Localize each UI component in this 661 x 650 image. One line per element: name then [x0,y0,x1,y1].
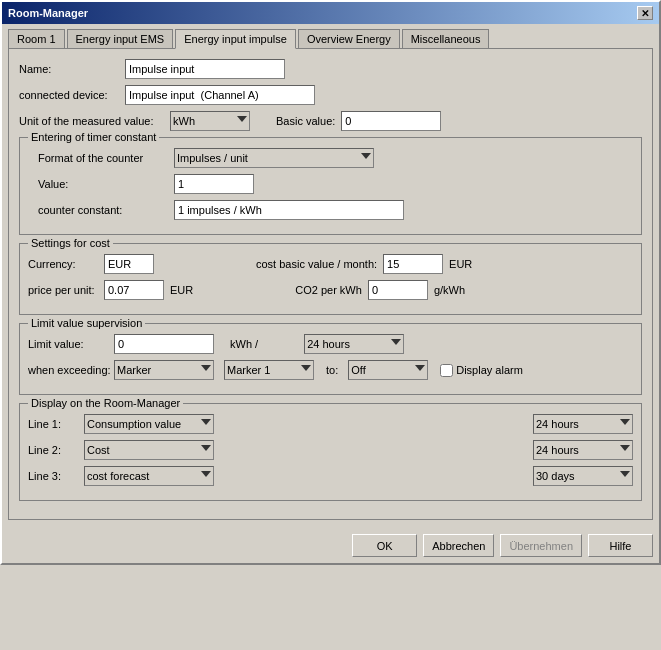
value-row: Value: [38,174,633,194]
main-window: Room-Manager ✕ Room 1 Energy input EMS E… [0,0,661,565]
price-input[interactable] [104,280,164,300]
line2-period-select[interactable]: 24 hours 12 hours 1 hour [533,440,633,460]
timer-group: Entering of timer constant Format of the… [19,137,642,235]
line2-label: Line 2: [28,444,78,456]
counter-label: counter constant: [38,204,168,216]
line3-period-select[interactable]: 30 days 24 hours 12 hours [533,466,633,486]
limit-group-title: Limit value supervision [28,317,145,329]
display-alarm-container: Display alarm [440,364,523,377]
display-alarm-checkbox[interactable] [440,364,453,377]
exceeding-select[interactable]: Marker Output Scene [114,360,214,380]
help-button[interactable]: Hilfe [588,534,653,557]
basic-value-label: Basic value: [276,115,335,127]
connected-device-input[interactable] [125,85,315,105]
close-button[interactable]: ✕ [637,6,653,20]
tab-content: Name: connected device: Unit of the meas… [8,48,653,520]
basic-value-input[interactable] [341,111,441,131]
tab-energy-impulse[interactable]: Energy input impulse [175,29,296,49]
display-group-title: Display on the Room-Manager [28,397,183,409]
exceeding-label: when exceeding: [28,364,108,376]
window-content: Room 1 Energy input EMS Energy input imp… [2,24,659,526]
tab-bar: Room 1 Energy input EMS Energy input imp… [8,28,653,48]
tab-energy-ems[interactable]: Energy input EMS [67,29,174,49]
counter-input[interactable] [174,200,404,220]
limit-period-select[interactable]: 24 hours 12 hours 1 hour 1 month [304,334,404,354]
co2-input[interactable] [368,280,428,300]
window-title: Room-Manager [8,7,88,19]
line1-period-select[interactable]: 24 hours 12 hours 1 hour [533,414,633,434]
limit-label: Limit value: [28,338,108,350]
button-row: OK Abbrechen Übernehmen Hilfe [2,526,659,563]
display-group: Display on the Room-Manager Line 1: Cons… [19,403,642,501]
limit-value-row: Limit value: kWh / 24 hours 12 hours 1 h… [28,334,633,354]
ok-button[interactable]: OK [352,534,417,557]
format-select[interactable]: Impulses / unit Unit / impulse [174,148,374,168]
format-label: Format of the counter [38,152,168,164]
cost-group: Settings for cost Currency: cost basic v… [19,243,642,315]
cost-price-row: price per unit: EUR CO2 per kWh g/kWh [28,280,633,300]
co2-label: CO2 per kWh [295,284,362,296]
tab-room1[interactable]: Room 1 [8,29,65,49]
line1-row: Line 1: Consumption value Cost cost fore… [28,414,633,434]
price-label: price per unit: [28,284,98,296]
cost-basic-label: cost basic value / month: [256,258,377,270]
name-row: Name: [19,59,642,79]
unit-select[interactable]: kWh MWh kJ [170,111,250,131]
unit-label: Unit of the measured value: [19,115,164,127]
currency-input[interactable] [104,254,154,274]
marker-select[interactable]: Marker 1 Marker 2 Marker 3 [224,360,314,380]
line2-row: Line 2: Consumption value Cost cost fore… [28,440,633,460]
line1-select[interactable]: Consumption value Cost cost forecast [84,414,214,434]
limit-group: Limit value supervision Limit value: kWh… [19,323,642,395]
line3-select[interactable]: Consumption value Cost cost forecast [84,466,214,486]
format-row: Format of the counter Impulses / unit Un… [38,148,633,168]
co2-unit: g/kWh [434,284,465,296]
display-alarm-label: Display alarm [456,364,523,376]
name-input[interactable] [125,59,285,79]
tab-miscellaneous[interactable]: Miscellaneous [402,29,490,49]
to-select[interactable]: Off On [348,360,428,380]
apply-button[interactable]: Übernehmen [500,534,582,557]
price-unit: EUR [170,284,193,296]
limit-input[interactable] [114,334,214,354]
connected-device-row: connected device: [19,85,642,105]
cost-currency-row: Currency: cost basic value / month: EUR [28,254,633,274]
cost-group-title: Settings for cost [28,237,113,249]
line2-select[interactable]: Consumption value Cost cost forecast [84,440,214,460]
timer-group-title: Entering of timer constant [28,131,159,143]
cost-basic-input[interactable] [383,254,443,274]
value-label: Value: [38,178,168,190]
exceeding-row: when exceeding: Marker Output Scene Mark… [28,360,633,380]
limit-unit: kWh / [230,338,258,350]
title-bar: Room-Manager ✕ [2,2,659,24]
line1-label: Line 1: [28,418,78,430]
connected-device-label: connected device: [19,89,119,101]
name-label: Name: [19,63,119,75]
to-label: to: [326,364,338,376]
tab-overview-energy[interactable]: Overview Energy [298,29,400,49]
unit-row: Unit of the measured value: kWh MWh kJ B… [19,111,642,131]
cost-basic-unit: EUR [449,258,472,270]
line3-row: Line 3: Consumption value Cost cost fore… [28,466,633,486]
counter-row: counter constant: [38,200,633,220]
value-input[interactable] [174,174,254,194]
line3-label: Line 3: [28,470,78,482]
currency-label: Currency: [28,258,98,270]
cancel-button[interactable]: Abbrechen [423,534,494,557]
